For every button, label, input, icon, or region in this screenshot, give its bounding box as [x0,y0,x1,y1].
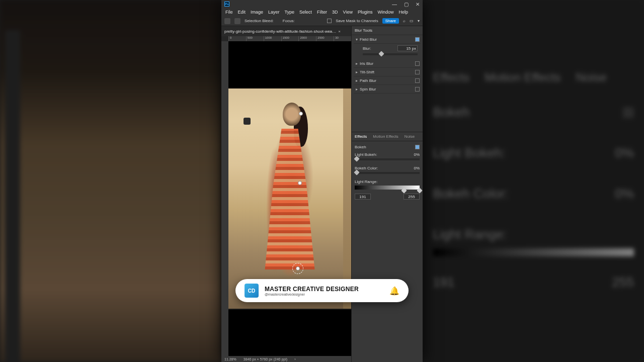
menu-edit[interactable]: Edit [238,10,246,15]
ruler-mark: 30 [334,36,351,41]
photo-lamp [244,118,251,125]
blur-tool-tilt-shift[interactable]: ▸ Tilt-Shift [354,68,421,76]
home-icon[interactable] [224,18,230,24]
tab-effects[interactable]: Effects [355,134,367,139]
blur-pin-ring[interactable] [292,263,303,274]
arrange-icon[interactable]: ▭ [410,19,414,23]
light-range-label: Light Range: [355,179,377,184]
menu-image[interactable]: Image [251,10,263,15]
workspace-icon[interactable]: ▾ [418,19,420,23]
close-window-button[interactable]: ✕ [416,2,420,7]
maximize-button[interactable]: ▢ [404,2,409,7]
ruler-vertical [221,41,228,356]
menu-plugins[interactable]: Plugins [358,10,373,15]
bell-icon[interactable]: 🔔 [389,286,399,296]
blur-pin-1[interactable] [299,112,303,116]
bg-light-bokeh-label: Light Bokeh: [433,145,506,161]
right-panels: Blur Tools ▾ Field Blur Blur: ▸ Iris Blu… [351,26,423,362]
ruler-mark: 2000 [298,36,316,41]
blur-tools-list: ▾ Field Blur Blur: ▸ Iris Blur ▸ [352,35,423,94]
expand-icon[interactable]: ▸ [354,61,360,66]
document-tab[interactable]: pretty-girl-posing-confidently-with-atti… [224,29,336,34]
zoom-value[interactable]: 11.28% [224,357,236,361]
search-icon[interactable]: ⌕ [403,19,406,23]
tab-motion-effects[interactable]: Motion Effects [373,134,398,139]
expand-icon[interactable]: ▸ [354,78,360,83]
focus-label: Focus: [283,19,295,23]
bg-tab-noise: Noise [576,70,607,84]
bg-range-high: 255 [612,275,634,290]
bg-tab-effects: Effects [433,70,469,84]
bg-tab-motion: Motion Effects [485,70,561,84]
menu-window[interactable]: Window [378,10,394,15]
light-bokeh-slider[interactable] [355,158,420,160]
save-mask-label: Save Mask to Channels [336,19,378,23]
light-range-slider[interactable] [355,186,420,190]
menu-select[interactable]: Select [299,10,312,15]
bokeh-label: Bokeh [355,145,366,149]
save-mask-checkbox[interactable] [327,19,332,23]
bg-light-range-label: Light Range: [433,227,634,242]
bg-light-range-bar [433,248,634,256]
menu-type[interactable]: Type [285,10,295,15]
menu-file[interactable]: File [225,10,233,15]
menu-layer[interactable]: Layer [268,10,280,15]
spin-blur-checkbox[interactable] [415,87,420,92]
blur-tools-title: Blur Tools [352,26,423,35]
light-range-thumb-low[interactable] [401,188,407,193]
light-range-thumb-high[interactable] [417,188,422,193]
statusbar-chevron-icon[interactable]: › [294,357,295,361]
ruler-mark: 0 [228,36,246,41]
expand-icon[interactable]: ▸ [354,87,360,92]
bg-bokeh-color-label: Bokeh Color: [433,186,508,202]
ruler-horizontal: 0 500 1000 1500 2000 2500 30 [228,36,351,41]
share-button[interactable]: Share [382,18,399,24]
tab-noise[interactable]: Noise [405,134,415,139]
path-blur-checkbox[interactable] [415,78,420,83]
tilt-shift-checkbox[interactable] [415,70,420,74]
channel-title: MASTER CREATIVE DESIGNER [265,286,359,293]
bokeh-color-value: 0% [414,166,420,170]
menu-filter[interactable]: Filter [317,10,327,15]
ruler-mark: 1000 [264,36,281,41]
blur-tool-iris-blur[interactable]: ▸ Iris Blur [354,59,421,68]
light-bokeh-value: 0% [414,152,420,157]
menu-help[interactable]: Help [399,10,409,15]
blur-slider-thumb[interactable] [378,51,384,56]
blur-tool-field-blur[interactable]: ▾ Field Blur [354,35,421,44]
expand-icon[interactable]: ▸ [354,70,360,74]
canvas-letterbox-bottom [228,310,351,356]
canvas[interactable] [228,41,351,356]
bg-range-low: 191 [433,275,454,290]
expand-icon[interactable]: ▾ [354,37,360,42]
bokeh-checkbox[interactable] [415,145,420,149]
light-range-high-input[interactable] [404,194,420,200]
blur-tool-spin-blur[interactable]: ▸ Spin Blur [354,85,421,94]
field-blur-checkbox[interactable] [415,37,420,42]
menubar: File Edit Image Layer Type Select Filter… [221,8,423,16]
light-range-low-input[interactable] [355,194,371,200]
blur-value-input[interactable] [397,45,418,51]
channel-handle: @mastercreativedesigner [265,293,359,296]
bokeh-color-slider[interactable] [355,172,420,174]
options-bar: Selection Bleed: Focus: Save Mask to Cha… [221,16,423,26]
blur-tool-path-blur[interactable]: ▸ Path Blur [354,76,421,85]
tab-close-icon[interactable]: × [338,29,341,34]
canvas-letterbox-top [228,41,351,88]
blur-pin-2[interactable] [298,181,302,185]
photoshop-window: Ps — ▢ ✕ File Edit Image Layer Type Sele… [221,0,423,362]
bg-bokeh-color-value: 0% [615,186,634,202]
iris-blur-checkbox[interactable] [415,61,420,66]
bg-bokeh-check [623,107,634,118]
minimize-button[interactable]: — [392,2,397,7]
background-right-blur: Effects Motion Effects Noise Bokeh Light… [423,0,644,362]
photo-content [228,88,351,309]
blur-slider[interactable] [363,53,418,55]
channel-logo: CD [245,284,259,298]
pin-icon[interactable] [234,18,240,24]
menu-3d[interactable]: 3D [332,10,338,15]
blur-label: Blur: [363,46,371,51]
bg-bokeh-label: Bokeh [433,105,470,120]
menu-view[interactable]: View [343,10,353,15]
photo-dress [262,129,317,269]
